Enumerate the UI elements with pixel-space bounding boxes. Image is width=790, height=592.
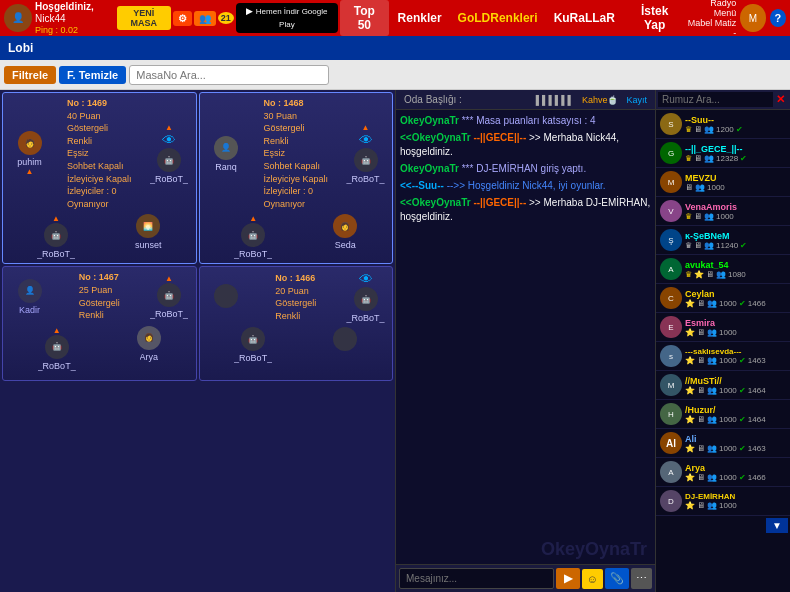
table-card-1466[interactable]: No : 1466 20 Puan Göstergeli Renkli 👁 🤖 … <box>199 266 394 381</box>
computer-icon-gece: 🖥 <box>694 154 702 163</box>
computer-icon-mevzu: 🖥 <box>685 183 693 192</box>
avatar-vena: V <box>660 200 682 222</box>
gold-renkler-button[interactable]: GoLDRenkleri <box>451 7 545 29</box>
sidebar-user-avukat[interactable]: A avukat_54 ♛ ⭐ 🖥 👥 1080 <box>656 255 790 284</box>
sidebar-user-sebnem[interactable]: Ş ĸ-ŞeBNeM ♛ 🖥 👥 11240 ✔ <box>656 226 790 255</box>
nick-mevzu: MEVZU <box>685 173 786 183</box>
chat-sender-okeyoyna-3: <<OkeyOynaTr <box>400 197 471 208</box>
user-details-arya: Arya ⭐ 🖥 👥 1000 ✔ 1466 <box>685 463 786 482</box>
istek-yap-button[interactable]: İstek Yap <box>624 0 685 36</box>
nick-gece: --||_GECE_||-- <box>685 144 786 154</box>
sidebar-user-gece[interactable]: G --||_GECE_||-- ♛ 🖥 👥 12328 ✔ <box>656 139 790 168</box>
table-card-1467[interactable]: 👤 Kadir No : 1467 25 Puan Göstergeli Ren… <box>2 266 197 381</box>
more-button[interactable]: ⋯ <box>631 568 652 589</box>
user-details-esmira: Esmira ⭐ 🖥 👥 1000 <box>685 318 786 337</box>
eye-icon-1469[interactable]: 👁 <box>162 132 176 148</box>
kayit-label: Kayıt <box>626 95 647 105</box>
name-kadir: Kadir <box>19 305 40 315</box>
player-robot-top-right: ▲ 👁 🤖 _RoBoT_ <box>147 123 192 184</box>
table-top-row-4: No : 1466 20 Puan Göstergeli Renkli 👁 🤖 … <box>204 271 389 323</box>
sidebar-close-icon[interactable]: ✕ <box>773 93 788 106</box>
computer-icon-sebnem: 🖥 <box>694 241 702 250</box>
sidebar-user-sakli[interactable]: s ---saklısevda--- ⭐ 🖥 👥 1000 ✔ 1463 <box>656 342 790 371</box>
radio-menu-label: Radyo Menü <box>687 0 736 18</box>
check-gece: ✔ <box>740 154 747 163</box>
google-play-button[interactable]: ▶ Hemen İndir Google Play <box>236 3 338 32</box>
sidebar-user-mevzu[interactable]: M MEVZU 🖥 👥 1000 <box>656 168 790 197</box>
sys-sender-1: OkeyOynaTr <box>400 115 459 126</box>
sidebar-user-djemirhan[interactable]: D DJ-EMİRHAN ⭐ 🖥 👥 1000 <box>656 487 790 516</box>
sidebar-user-musti[interactable]: M //MuSTi// ⭐ 🖥 👥 1000 ✔ 1464 <box>656 371 790 400</box>
avatar-robot-3: 🤖 <box>354 148 378 172</box>
rank-icon-3: ▲ <box>362 123 370 132</box>
filtrele-button[interactable]: Filtrele <box>4 66 56 84</box>
help-button[interactable]: ? <box>770 9 786 27</box>
gear-button[interactable]: ⚙ <box>173 11 192 26</box>
f-temizle-button[interactable]: F. Temizle <box>59 66 126 84</box>
sidebar-user-suu[interactable]: S --Suu-- ♛ 🖥 👥 1200 ✔ <box>656 110 790 139</box>
send-button[interactable]: ▶ <box>556 568 580 589</box>
chat-sender-okeyoyna-2: OkeyOynaTr <box>400 163 459 174</box>
check-musti: ✔ <box>739 386 746 395</box>
sidebar-user-esmira[interactable]: E Esmira ⭐ 🖥 👥 1000 <box>656 313 790 342</box>
eye-icon-1466[interactable]: 👁 <box>359 271 373 287</box>
top50-button[interactable]: Top 50 <box>340 0 389 36</box>
group-icon-mevzu: 👥 <box>695 183 705 192</box>
check-sakli: ✔ <box>739 356 746 365</box>
name-robot-4: _RoBoT_ <box>234 249 272 259</box>
rumuz-search-input[interactable] <box>658 92 773 107</box>
kurallar-button[interactable]: KuRaLLaR <box>547 7 622 29</box>
stats-ali: ⭐ 🖥 👥 1000 ✔ 1463 <box>685 444 786 453</box>
table-bottom-players: ▲ 🤖 _RoBoT_ 🌅 sunset <box>7 214 192 259</box>
rank-puhim: ▲ <box>26 167 34 176</box>
user-details-ali: Ali ⭐ 🖥 👥 1000 ✔ 1463 <box>685 434 786 453</box>
player-puhim: 🧑 puhim ▲ <box>7 131 52 176</box>
nick-ali: Ali <box>685 434 786 444</box>
name-robot-1: _RoBoT_ <box>150 174 188 184</box>
table-card-1469[interactable]: 🧑 puhim ▲ No : 1469 40 Puan Göstergeli R… <box>2 92 197 264</box>
avatar-musti: M <box>660 374 682 396</box>
sidebar-user-ali[interactable]: Al Ali ⭐ 🖥 👥 1000 ✔ 1463 <box>656 429 790 458</box>
user-details-musti: //MuSTi// ⭐ 🖥 👥 1000 ✔ 1464 <box>685 376 786 395</box>
group-icon-esmira: 👥 <box>707 328 717 337</box>
users-sidebar: ✕ S --Suu-- ♛ 🖥 👥 1200 ✔ G --||_GECE_||-… <box>655 90 790 592</box>
scroll-down-button[interactable]: ▼ <box>766 518 788 533</box>
barcode-icon: ▌▌▌▌▌▌ <box>536 95 574 105</box>
yeni-masa-button[interactable]: YENİ MASA <box>117 6 171 30</box>
table-info-1466: No : 1466 20 Puan Göstergeli Renkli <box>275 272 316 322</box>
sidebar-user-huzur[interactable]: H /Huzur/ ⭐ 🖥 👥 1000 ✔ 1464 <box>656 400 790 429</box>
sidebar-user-arya[interactable]: A Arya ⭐ 🖥 👥 1000 ✔ 1466 <box>656 458 790 487</box>
right-avatar: M <box>740 4 765 32</box>
star-huzur: ⭐ <box>685 415 695 424</box>
name-robot-2: _RoBoT_ <box>37 249 75 259</box>
sys-text-1: *** Masa puanları katsayısı : 4 <box>462 115 596 126</box>
avatar-puhim: 🧑 <box>18 131 42 155</box>
user-details-huzur: /Huzur/ ⭐ 🖥 👥 1000 ✔ 1464 <box>685 405 786 424</box>
group-icon: 👥 <box>704 125 714 134</box>
chat-input[interactable] <box>399 568 554 589</box>
avatar-robot-1: 🤖 <box>157 148 181 172</box>
avatar-robot-5: 🤖 <box>157 283 181 307</box>
name-seda: Seda <box>335 240 356 250</box>
table-no-2: No : 1468 <box>263 98 303 108</box>
stats-mevzu: 🖥 👥 1000 <box>685 183 786 192</box>
sidebar-user-ceylan[interactable]: C Ceylan ⭐ 🖥 👥 1000 ✔ 1466 <box>656 284 790 313</box>
stats-esmira: ⭐ 🖥 👥 1000 <box>685 328 786 337</box>
star-sakli: ⭐ <box>685 356 695 365</box>
user-details-sakli: ---saklısevda--- ⭐ 🖥 👥 1000 ✔ 1463 <box>685 347 786 365</box>
group-icon-vena: 👥 <box>704 212 714 221</box>
crown-suu: ♛ <box>685 125 692 134</box>
avatar-robot-8: 🤖 <box>241 327 265 351</box>
crown-gece: ♛ <box>685 154 692 163</box>
table-card-1468[interactable]: 👤 Ranq No : 1468 30 Puan Göstergeli Renk… <box>199 92 394 264</box>
attach-button[interactable]: 📎 <box>605 568 629 589</box>
users-button[interactable]: 👥 <box>194 11 216 26</box>
user-details-vena: VenaAmoris ♛ 🖥 👥 1000 <box>685 202 786 221</box>
sys-msg-1: OkeyOynaTr *** Masa puanları katsayısı :… <box>400 114 651 128</box>
sidebar-user-vena[interactable]: V VenaAmoris ♛ 🖥 👥 1000 <box>656 197 790 226</box>
renkler-button[interactable]: Renkler <box>391 7 449 29</box>
emoji-button[interactable]: ☺ <box>582 569 603 589</box>
masa-no-search[interactable] <box>129 65 329 85</box>
eye-icon-1468[interactable]: 👁 <box>359 132 373 148</box>
computer-icon-ceylan: 🖥 <box>697 299 705 308</box>
